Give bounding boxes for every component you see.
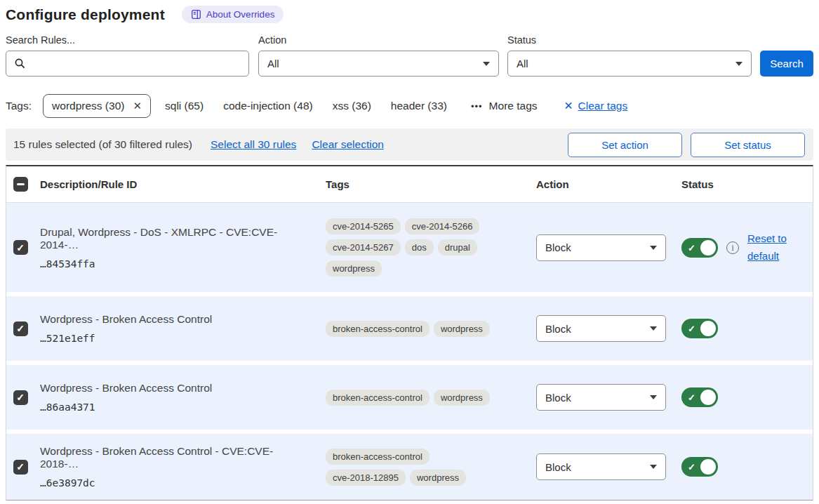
- clear-selection-link[interactable]: Clear selection: [312, 138, 384, 151]
- row-rule-id: …6e3897dc: [40, 477, 310, 489]
- row-action-value: Block: [545, 323, 571, 335]
- tag-pill: dos: [405, 239, 434, 256]
- tag-filter-code-injection[interactable]: code-injection (48): [223, 100, 313, 112]
- select-all-rules-link[interactable]: Select all 30 rules: [211, 138, 296, 151]
- more-tags-button[interactable]: ••• More tags: [471, 100, 538, 112]
- row-checkbox[interactable]: ✓: [13, 240, 28, 255]
- row-rule-id: …86aa4371: [40, 402, 310, 413]
- check-icon: ✓: [16, 324, 25, 333]
- row-action-value: Block: [545, 461, 571, 473]
- row-tags: broken-access-controlcve-2018-12895wordp…: [320, 449, 501, 486]
- tag-filter-header[interactable]: header (33): [391, 100, 447, 112]
- status-filter-label: Status: [507, 34, 752, 46]
- chevron-down-icon: [735, 62, 743, 66]
- chevron-down-icon: [650, 395, 657, 399]
- toggle-check-icon: ✓: [688, 392, 695, 403]
- selected-tag-label: wordpress (30): [52, 100, 124, 112]
- selection-summary: 15 rules selected (of 30 filtered rules): [13, 138, 192, 151]
- column-header-status: Status: [676, 178, 813, 190]
- info-icon[interactable]: i: [726, 241, 739, 254]
- status-filter-select[interactable]: All: [507, 51, 752, 77]
- tag-pill: broken-access-control: [326, 321, 430, 337]
- chevron-down-icon: [650, 465, 657, 469]
- tag-pill: cve-2014-5267: [326, 239, 401, 256]
- filter-row: Search Rules... Action All Status All Se…: [6, 34, 813, 77]
- toggle-check-icon: ✓: [688, 242, 695, 253]
- row-rule-id: …84534ffa: [40, 258, 310, 270]
- clear-tags-button[interactable]: ✕ Clear tags: [564, 100, 628, 112]
- check-icon: ✓: [16, 243, 25, 253]
- row-action-select[interactable]: Block: [536, 234, 666, 261]
- tag-pill: broken-access-control: [326, 449, 430, 465]
- chevron-down-icon: [650, 246, 657, 250]
- tag-pill: wordpress: [434, 390, 490, 406]
- row-tags: cve-2014-5265cve-2014-5266cve-2014-5267d…: [320, 218, 501, 277]
- selection-bar: 15 rules selected (of 30 filtered rules)…: [6, 128, 813, 161]
- toggle-knob: [700, 459, 716, 475]
- set-status-button[interactable]: Set status: [691, 133, 805, 157]
- tag-pill: cve-2014-5265: [326, 218, 401, 234]
- row-checkbox[interactable]: ✓: [13, 321, 28, 336]
- tag-pill: cve-2018-12895: [326, 470, 406, 486]
- status-toggle[interactable]: ✓: [681, 319, 718, 338]
- indeterminate-dash-icon: [17, 183, 25, 185]
- page-title: Configure deployment: [6, 6, 165, 23]
- search-rules-input[interactable]: [6, 51, 249, 77]
- search-rules-label: Search Rules...: [6, 34, 249, 46]
- status-toggle[interactable]: ✓: [681, 387, 718, 407]
- column-header-tags: Tags: [320, 178, 531, 190]
- row-description: Wordpress - Broken Access Control: [40, 313, 310, 326]
- clear-tags-label: Clear tags: [578, 100, 628, 112]
- tag-pill: cve-2014-5266: [405, 218, 480, 234]
- row-tags: broken-access-controlwordpress: [320, 321, 501, 337]
- row-action-select[interactable]: Block: [536, 315, 666, 342]
- column-header-description: Description/Rule ID: [34, 178, 320, 190]
- table-body: ✓ Drupal, Wordpress - DoS - XMLRPC - CVE…: [6, 203, 813, 500]
- toggle-knob: [700, 390, 716, 405]
- search-icon: [14, 58, 26, 72]
- title-row: Configure deployment About Overrides: [6, 6, 813, 23]
- action-filter-field: Action All: [258, 34, 499, 77]
- row-action-value: Block: [545, 392, 571, 404]
- tag-filter-xss[interactable]: xss (36): [333, 100, 371, 112]
- chevron-down-icon: [483, 62, 490, 66]
- more-tags-label: More tags: [489, 100, 538, 112]
- table-row: ✓ Wordpress - Broken Access Control …86a…: [6, 365, 813, 430]
- toggle-knob: [700, 321, 716, 336]
- row-description: Drupal, Wordpress - DoS - XMLRPC - CVE:C…: [40, 226, 310, 251]
- row-checkbox[interactable]: ✓: [13, 460, 28, 475]
- chevron-down-icon: [650, 326, 657, 331]
- row-action-select[interactable]: Block: [536, 453, 666, 480]
- rules-table: Description/Rule ID Tags Action Status ✓…: [6, 165, 813, 500]
- table-row: ✓ Wordpress - Broken Access Control - CV…: [6, 434, 813, 500]
- set-action-button[interactable]: Set action: [568, 133, 682, 157]
- remove-tag-icon[interactable]: ✕: [133, 100, 142, 112]
- status-toggle[interactable]: ✓: [681, 457, 718, 477]
- tag-filter-sqli[interactable]: sqli (65): [165, 100, 204, 112]
- toggle-knob: [700, 240, 716, 256]
- row-checkbox[interactable]: ✓: [13, 390, 28, 405]
- row-description: Wordpress - Broken Access Control - CVE:…: [40, 445, 310, 470]
- select-all-checkbox[interactable]: [13, 177, 28, 192]
- row-rule-id: …521e1eff: [40, 333, 310, 344]
- toggle-check-icon: ✓: [688, 324, 695, 334]
- check-icon: ✓: [16, 462, 25, 472]
- tag-pill: wordpress: [326, 260, 382, 277]
- tag-pill: wordpress: [410, 470, 466, 486]
- selected-tag-wordpress[interactable]: wordpress (30) ✕: [43, 94, 151, 118]
- reset-to-default-link[interactable]: Reset to default: [747, 230, 792, 265]
- action-filter-select[interactable]: All: [258, 51, 499, 77]
- status-filter-value: All: [517, 58, 528, 69]
- about-overrides-label: About Overrides: [206, 9, 275, 20]
- column-header-action: Action: [531, 178, 676, 190]
- row-action-select[interactable]: Block: [536, 384, 666, 411]
- table-header: Description/Rule ID Tags Action Status: [6, 166, 813, 203]
- status-filter-field: Status All: [507, 34, 752, 77]
- status-toggle[interactable]: ✓: [681, 238, 718, 258]
- book-icon: [191, 9, 201, 20]
- about-overrides-badge[interactable]: About Overrides: [182, 6, 284, 23]
- check-icon: ✓: [16, 392, 25, 402]
- search-button[interactable]: Search: [760, 51, 813, 77]
- row-action-value: Block: [545, 241, 571, 253]
- tags-label: Tags:: [6, 100, 32, 112]
